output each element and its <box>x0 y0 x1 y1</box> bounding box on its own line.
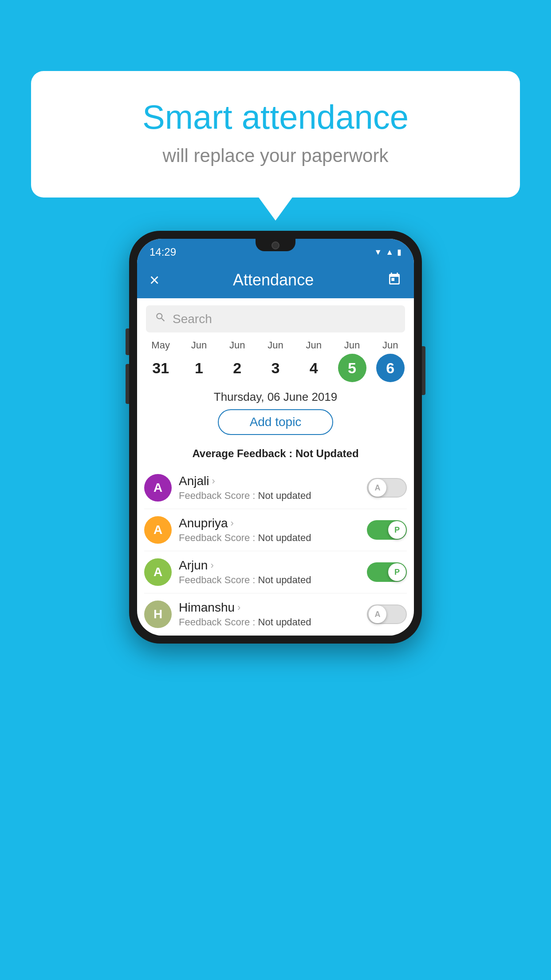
cal-month-label: Jun <box>268 340 283 351</box>
student-info: Anjali ›Feedback Score : Not updated <box>179 474 360 502</box>
cal-month-label: Jun <box>229 340 245 351</box>
search-icon <box>155 312 166 326</box>
phone-outer: 14:29 ▼ ▲ ▮ × Attendance <box>129 231 422 644</box>
student-feedback: Feedback Score : Not updated <box>179 616 360 628</box>
student-item[interactable]: HHimanshu ›Feedback Score : Not updatedA <box>144 593 407 636</box>
signal-icon: ▲ <box>386 248 394 257</box>
student-info: Anupriya ›Feedback Score : Not updated <box>179 516 360 544</box>
calendar-day[interactable]: Jun6 <box>373 340 408 382</box>
status-icons: ▼ ▲ ▮ <box>374 247 401 257</box>
add-topic-button[interactable]: Add topic <box>218 409 333 435</box>
avg-feedback-label: Average Feedback : <box>192 447 292 459</box>
attendance-toggle[interactable]: A <box>367 478 407 498</box>
chevron-right-icon: › <box>212 475 215 487</box>
attendance-toggle[interactable]: P <box>367 520 407 540</box>
add-topic-label: Add topic <box>250 415 302 429</box>
student-feedback: Feedback Score : Not updated <box>179 574 360 586</box>
search-placeholder: Search <box>173 312 212 326</box>
student-info: Himanshu ›Feedback Score : Not updated <box>179 601 360 628</box>
student-feedback: Feedback Score : Not updated <box>179 532 360 544</box>
student-item[interactable]: AAnjali ›Feedback Score : Not updatedA <box>144 467 407 509</box>
close-button[interactable]: × <box>150 271 159 290</box>
cal-month-label: Jun <box>344 340 360 351</box>
student-name: Himanshu › <box>179 601 360 615</box>
volume-up-button <box>126 328 129 355</box>
student-item[interactable]: AArjun ›Feedback Score : Not updatedP <box>144 551 407 593</box>
average-feedback: Average Feedback : Not Updated <box>137 447 414 460</box>
wifi-icon: ▼ <box>374 248 382 257</box>
volume-down-button <box>126 364 129 404</box>
student-list: AAnjali ›Feedback Score : Not updatedAAA… <box>137 467 414 636</box>
battery-icon: ▮ <box>397 247 401 257</box>
phone-screen: 14:29 ▼ ▲ ▮ × Attendance <box>137 239 414 636</box>
front-camera <box>272 241 279 249</box>
selected-date: Thursday, 06 June 2019 <box>137 390 414 404</box>
calendar-day[interactable]: May31 <box>143 340 178 382</box>
app-bar: × Attendance <box>137 262 414 298</box>
cal-date-number[interactable]: 4 <box>299 354 328 382</box>
status-time: 14:29 <box>150 246 176 258</box>
calendar-day[interactable]: Jun2 <box>220 340 255 382</box>
attendance-toggle[interactable]: A <box>367 605 407 624</box>
student-avatar: A <box>144 516 172 544</box>
student-avatar: A <box>144 474 172 502</box>
student-avatar: A <box>144 558 172 586</box>
cal-month-label: Jun <box>191 340 207 351</box>
attendance-toggle[interactable]: P <box>367 562 407 582</box>
cal-date-number[interactable]: 5 <box>338 354 366 382</box>
bubble-subtitle: will replace your paperwork <box>67 145 484 166</box>
avg-feedback-value: Not Updated <box>295 447 359 459</box>
bubble-title: Smart attendance <box>67 98 484 136</box>
calendar-row: May31Jun1Jun2Jun3Jun4Jun5Jun6 <box>137 340 414 382</box>
speech-bubble: Smart attendance will replace your paper… <box>31 71 520 198</box>
phone-notch <box>256 239 295 251</box>
calendar-day[interactable]: Jun4 <box>296 340 331 382</box>
cal-date-number[interactable]: 1 <box>185 354 213 382</box>
student-name: Anjali › <box>179 474 360 488</box>
toggle-knob: P <box>388 563 406 581</box>
cal-month-label: Jun <box>306 340 322 351</box>
cal-date-number[interactable]: 3 <box>261 354 290 382</box>
student-info: Arjun ›Feedback Score : Not updated <box>179 558 360 586</box>
toggle-knob: A <box>369 479 386 497</box>
search-bar[interactable]: Search <box>146 305 405 332</box>
chevron-right-icon: › <box>210 560 213 571</box>
student-name: Arjun › <box>179 558 360 573</box>
student-name: Anupriya › <box>179 516 360 530</box>
student-item[interactable]: AAnupriya ›Feedback Score : Not updatedP <box>144 509 407 551</box>
speech-bubble-container: Smart attendance will replace your paper… <box>31 71 520 198</box>
chevron-right-icon: › <box>237 602 240 613</box>
cal-date-number[interactable]: 6 <box>376 354 405 382</box>
phone-mockup: 14:29 ▼ ▲ ▮ × Attendance <box>129 231 422 644</box>
power-button <box>422 346 425 395</box>
toggle-knob: P <box>388 521 406 539</box>
calendar-icon[interactable] <box>387 272 401 288</box>
toggle-knob: A <box>369 605 386 623</box>
chevron-right-icon: › <box>231 518 234 529</box>
calendar-day[interactable]: Jun1 <box>181 340 216 382</box>
cal-month-label: Jun <box>382 340 398 351</box>
cal-date-number[interactable]: 31 <box>146 354 175 382</box>
cal-month-label: May <box>151 340 170 351</box>
calendar-day[interactable]: Jun3 <box>258 340 293 382</box>
student-feedback: Feedback Score : Not updated <box>179 490 360 502</box>
calendar-day[interactable]: Jun5 <box>335 340 370 382</box>
cal-date-number[interactable]: 2 <box>223 354 252 382</box>
student-avatar: H <box>144 601 172 628</box>
app-bar-title: Attendance <box>233 271 314 289</box>
